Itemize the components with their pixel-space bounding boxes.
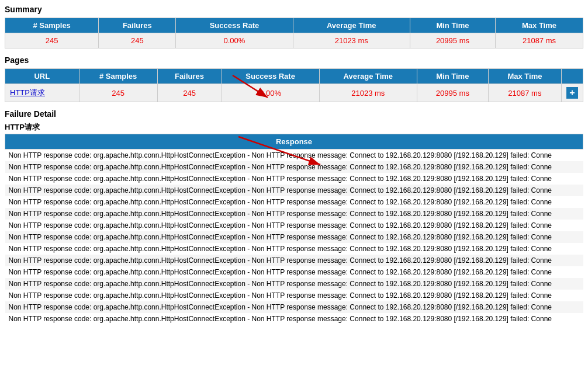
pages-url-link[interactable]: HTTP请求 (10, 88, 45, 97)
svg-line-3 (238, 137, 320, 165)
pages-header-failures: Failures (157, 69, 222, 84)
failure-cell: Non HTTP response code: org.apache.http.… (5, 255, 583, 266)
failure-row: Non HTTP response code: org.apache.http.… (5, 301, 583, 313)
failure-row: Non HTTP response code: org.apache.http.… (5, 220, 583, 231)
pages-section: Pages URL # Samples Failures Success Rat… (5, 55, 583, 102)
failure-detail-subtitle: HTTP请求 (5, 122, 583, 133)
failure-row: Non HTTP response code: org.apache.http.… (5, 231, 583, 243)
failure-cell: Non HTTP response code: org.apache.http.… (5, 266, 583, 278)
failure-row: Non HTTP response code: org.apache.http.… (5, 196, 583, 208)
failure-cell: Non HTTP response code: org.apache.http.… (5, 231, 583, 243)
failure-row: Non HTTP response code: org.apache.http.… (5, 278, 583, 290)
failure-row: Non HTTP response code: org.apache.http.… (5, 208, 583, 220)
failure-detail-title: Failure Detail (5, 109, 583, 119)
summary-header-failures: Failures (99, 18, 176, 33)
summary-title: Summary (5, 5, 583, 14)
pages-expand-cell: + (562, 84, 583, 102)
expand-button[interactable]: + (566, 87, 578, 99)
summary-failures: 245 (99, 33, 176, 48)
pages-header-min-time: Min Time (417, 69, 488, 84)
summary-header-samples: # Samples (5, 18, 99, 33)
summary-header-min-time: Min Time (410, 18, 495, 33)
failure-cell: Non HTTP response code: org.apache.http.… (5, 278, 583, 290)
pages-header-action (562, 69, 583, 84)
summary-header-success-rate: Success Rate (176, 18, 293, 33)
failure-row: Non HTTP response code: org.apache.http.… (5, 243, 583, 255)
failure-row: Non HTTP response code: org.apache.http.… (5, 185, 583, 196)
red-arrow-2 (221, 137, 338, 178)
summary-section: Summary # Samples Failures Success Rate … (5, 5, 583, 48)
failure-cell: Non HTTP response code: org.apache.http.… (5, 185, 583, 196)
pages-min-time: 20995 ms (417, 84, 488, 102)
summary-header-max-time: Max Time (496, 18, 583, 33)
summary-header-avg-time: Average Time (293, 18, 410, 33)
pages-samples: 245 (79, 84, 157, 102)
summary-table: # Samples Failures Success Rate Average … (5, 18, 583, 48)
pages-table: URL # Samples Failures Success Rate Aver… (5, 68, 583, 102)
pages-header-samples: # Samples (79, 69, 157, 84)
failure-row: Non HTTP response code: org.apache.http.… (5, 313, 583, 325)
failure-cell: Non HTTP response code: org.apache.http.… (5, 196, 583, 208)
pages-header-max-time: Max Time (488, 69, 561, 84)
summary-success-rate: 0.00% (176, 33, 293, 48)
pages-url-cell[interactable]: HTTP请求 (5, 84, 79, 102)
failure-detail-section: Failure Detail HTTP请求 Response Non HTTP … (5, 109, 583, 325)
svg-line-1 (233, 75, 268, 98)
summary-min-time: 20995 ms (410, 33, 495, 48)
pages-max-time: 21087 ms (488, 84, 561, 102)
failure-cell: Non HTTP response code: org.apache.http.… (5, 290, 583, 301)
pages-title: Pages (5, 55, 583, 65)
failure-cell: Non HTTP response code: org.apache.http.… (5, 301, 583, 313)
failure-row: Non HTTP response code: org.apache.http.… (5, 290, 583, 301)
failure-cell: Non HTTP response code: org.apache.http.… (5, 243, 583, 255)
failure-row: Non HTTP response code: org.apache.http.… (5, 266, 583, 278)
red-arrow-1 (215, 75, 285, 110)
failure-cell: Non HTTP response code: org.apache.http.… (5, 208, 583, 220)
failure-cell: Non HTTP response code: org.apache.http.… (5, 220, 583, 231)
pages-failures: 245 (157, 84, 222, 102)
summary-samples: 245 (5, 33, 99, 48)
summary-max-time: 21087 ms (496, 33, 583, 48)
pages-header-url: URL (5, 69, 79, 84)
failure-row: Non HTTP response code: org.apache.http.… (5, 255, 583, 266)
pages-header-avg-time: Average Time (319, 69, 417, 84)
pages-avg-time: 21023 ms (319, 84, 417, 102)
summary-avg-time: 21023 ms (293, 33, 410, 48)
failure-cell: Non HTTP response code: org.apache.http.… (5, 313, 583, 325)
